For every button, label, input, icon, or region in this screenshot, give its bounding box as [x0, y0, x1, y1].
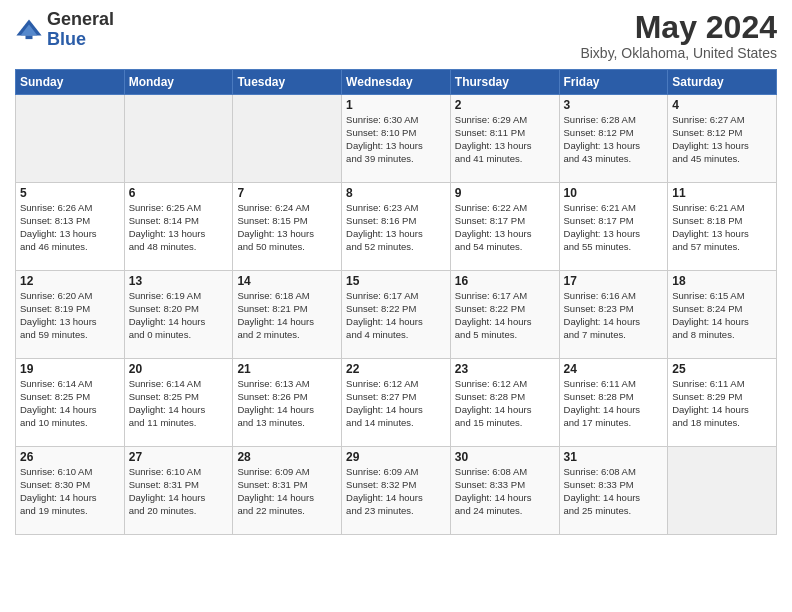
- day-info: Sunrise: 6:29 AMSunset: 8:11 PMDaylight:…: [455, 114, 555, 165]
- day-number: 3: [564, 98, 664, 112]
- day-info: Sunrise: 6:11 AMSunset: 8:29 PMDaylight:…: [672, 378, 772, 429]
- page: General Blue May 2024 Bixby, Oklahoma, U…: [0, 0, 792, 612]
- calendar-header-friday: Friday: [559, 70, 668, 95]
- calendar-cell: 5Sunrise: 6:26 AMSunset: 8:13 PMDaylight…: [16, 183, 125, 271]
- day-number: 24: [564, 362, 664, 376]
- day-info: Sunrise: 6:14 AMSunset: 8:25 PMDaylight:…: [129, 378, 229, 429]
- calendar-header-sunday: Sunday: [16, 70, 125, 95]
- logo-blue-text: Blue: [47, 30, 114, 50]
- day-info: Sunrise: 6:15 AMSunset: 8:24 PMDaylight:…: [672, 290, 772, 341]
- calendar-cell: 29Sunrise: 6:09 AMSunset: 8:32 PMDayligh…: [342, 447, 451, 535]
- calendar-header-saturday: Saturday: [668, 70, 777, 95]
- day-number: 20: [129, 362, 229, 376]
- day-number: 15: [346, 274, 446, 288]
- calendar-cell: 13Sunrise: 6:19 AMSunset: 8:20 PMDayligh…: [124, 271, 233, 359]
- day-number: 31: [564, 450, 664, 464]
- calendar-cell: 7Sunrise: 6:24 AMSunset: 8:15 PMDaylight…: [233, 183, 342, 271]
- day-info: Sunrise: 6:10 AMSunset: 8:31 PMDaylight:…: [129, 466, 229, 517]
- calendar-cell: 12Sunrise: 6:20 AMSunset: 8:19 PMDayligh…: [16, 271, 125, 359]
- calendar-week-4: 19Sunrise: 6:14 AMSunset: 8:25 PMDayligh…: [16, 359, 777, 447]
- calendar-cell: 28Sunrise: 6:09 AMSunset: 8:31 PMDayligh…: [233, 447, 342, 535]
- day-info: Sunrise: 6:12 AMSunset: 8:28 PMDaylight:…: [455, 378, 555, 429]
- day-number: 18: [672, 274, 772, 288]
- calendar-cell: 19Sunrise: 6:14 AMSunset: 8:25 PMDayligh…: [16, 359, 125, 447]
- day-info: Sunrise: 6:08 AMSunset: 8:33 PMDaylight:…: [564, 466, 664, 517]
- day-info: Sunrise: 6:08 AMSunset: 8:33 PMDaylight:…: [455, 466, 555, 517]
- calendar-cell: 3Sunrise: 6:28 AMSunset: 8:12 PMDaylight…: [559, 95, 668, 183]
- day-info: Sunrise: 6:11 AMSunset: 8:28 PMDaylight:…: [564, 378, 664, 429]
- calendar-cell: 1Sunrise: 6:30 AMSunset: 8:10 PMDaylight…: [342, 95, 451, 183]
- day-info: Sunrise: 6:30 AMSunset: 8:10 PMDaylight:…: [346, 114, 446, 165]
- day-number: 7: [237, 186, 337, 200]
- calendar-week-3: 12Sunrise: 6:20 AMSunset: 8:19 PMDayligh…: [16, 271, 777, 359]
- logo-icon: [15, 16, 43, 44]
- main-title: May 2024: [580, 10, 777, 45]
- day-info: Sunrise: 6:13 AMSunset: 8:26 PMDaylight:…: [237, 378, 337, 429]
- calendar-header-thursday: Thursday: [450, 70, 559, 95]
- calendar-cell: 16Sunrise: 6:17 AMSunset: 8:22 PMDayligh…: [450, 271, 559, 359]
- day-info: Sunrise: 6:21 AMSunset: 8:17 PMDaylight:…: [564, 202, 664, 253]
- day-number: 25: [672, 362, 772, 376]
- day-info: Sunrise: 6:09 AMSunset: 8:32 PMDaylight:…: [346, 466, 446, 517]
- day-number: 29: [346, 450, 446, 464]
- day-number: 22: [346, 362, 446, 376]
- day-info: Sunrise: 6:16 AMSunset: 8:23 PMDaylight:…: [564, 290, 664, 341]
- day-number: 27: [129, 450, 229, 464]
- day-info: Sunrise: 6:10 AMSunset: 8:30 PMDaylight:…: [20, 466, 120, 517]
- calendar-cell: 18Sunrise: 6:15 AMSunset: 8:24 PMDayligh…: [668, 271, 777, 359]
- calendar-week-2: 5Sunrise: 6:26 AMSunset: 8:13 PMDaylight…: [16, 183, 777, 271]
- subtitle: Bixby, Oklahoma, United States: [580, 45, 777, 61]
- day-number: 1: [346, 98, 446, 112]
- calendar-cell: 6Sunrise: 6:25 AMSunset: 8:14 PMDaylight…: [124, 183, 233, 271]
- calendar-cell: 30Sunrise: 6:08 AMSunset: 8:33 PMDayligh…: [450, 447, 559, 535]
- day-number: 28: [237, 450, 337, 464]
- day-info: Sunrise: 6:27 AMSunset: 8:12 PMDaylight:…: [672, 114, 772, 165]
- calendar-cell: 4Sunrise: 6:27 AMSunset: 8:12 PMDaylight…: [668, 95, 777, 183]
- day-number: 5: [20, 186, 120, 200]
- day-info: Sunrise: 6:09 AMSunset: 8:31 PMDaylight:…: [237, 466, 337, 517]
- calendar-cell: 11Sunrise: 6:21 AMSunset: 8:18 PMDayligh…: [668, 183, 777, 271]
- day-number: 26: [20, 450, 120, 464]
- day-number: 23: [455, 362, 555, 376]
- logo-general-text: General: [47, 10, 114, 30]
- logo: General Blue: [15, 10, 114, 50]
- calendar-header-wednesday: Wednesday: [342, 70, 451, 95]
- calendar-cell: [233, 95, 342, 183]
- day-info: Sunrise: 6:17 AMSunset: 8:22 PMDaylight:…: [346, 290, 446, 341]
- day-info: Sunrise: 6:21 AMSunset: 8:18 PMDaylight:…: [672, 202, 772, 253]
- calendar-cell: [668, 447, 777, 535]
- day-info: Sunrise: 6:19 AMSunset: 8:20 PMDaylight:…: [129, 290, 229, 341]
- calendar-cell: 9Sunrise: 6:22 AMSunset: 8:17 PMDaylight…: [450, 183, 559, 271]
- calendar-table: SundayMondayTuesdayWednesdayThursdayFrid…: [15, 69, 777, 535]
- day-info: Sunrise: 6:22 AMSunset: 8:17 PMDaylight:…: [455, 202, 555, 253]
- day-number: 12: [20, 274, 120, 288]
- day-info: Sunrise: 6:20 AMSunset: 8:19 PMDaylight:…: [20, 290, 120, 341]
- day-number: 14: [237, 274, 337, 288]
- day-number: 6: [129, 186, 229, 200]
- title-block: May 2024 Bixby, Oklahoma, United States: [580, 10, 777, 61]
- header: General Blue May 2024 Bixby, Oklahoma, U…: [15, 10, 777, 61]
- day-number: 10: [564, 186, 664, 200]
- day-number: 2: [455, 98, 555, 112]
- day-number: 17: [564, 274, 664, 288]
- calendar-week-1: 1Sunrise: 6:30 AMSunset: 8:10 PMDaylight…: [16, 95, 777, 183]
- day-info: Sunrise: 6:14 AMSunset: 8:25 PMDaylight:…: [20, 378, 120, 429]
- calendar-cell: [124, 95, 233, 183]
- calendar-cell: 14Sunrise: 6:18 AMSunset: 8:21 PMDayligh…: [233, 271, 342, 359]
- calendar-cell: 22Sunrise: 6:12 AMSunset: 8:27 PMDayligh…: [342, 359, 451, 447]
- calendar-week-5: 26Sunrise: 6:10 AMSunset: 8:30 PMDayligh…: [16, 447, 777, 535]
- day-number: 19: [20, 362, 120, 376]
- day-number: 21: [237, 362, 337, 376]
- calendar-cell: 17Sunrise: 6:16 AMSunset: 8:23 PMDayligh…: [559, 271, 668, 359]
- day-info: Sunrise: 6:25 AMSunset: 8:14 PMDaylight:…: [129, 202, 229, 253]
- calendar-cell: 27Sunrise: 6:10 AMSunset: 8:31 PMDayligh…: [124, 447, 233, 535]
- day-info: Sunrise: 6:18 AMSunset: 8:21 PMDaylight:…: [237, 290, 337, 341]
- calendar-cell: 15Sunrise: 6:17 AMSunset: 8:22 PMDayligh…: [342, 271, 451, 359]
- day-info: Sunrise: 6:24 AMSunset: 8:15 PMDaylight:…: [237, 202, 337, 253]
- day-number: 11: [672, 186, 772, 200]
- calendar-cell: 26Sunrise: 6:10 AMSunset: 8:30 PMDayligh…: [16, 447, 125, 535]
- day-info: Sunrise: 6:28 AMSunset: 8:12 PMDaylight:…: [564, 114, 664, 165]
- calendar-cell: 21Sunrise: 6:13 AMSunset: 8:26 PMDayligh…: [233, 359, 342, 447]
- day-info: Sunrise: 6:26 AMSunset: 8:13 PMDaylight:…: [20, 202, 120, 253]
- calendar-cell: 31Sunrise: 6:08 AMSunset: 8:33 PMDayligh…: [559, 447, 668, 535]
